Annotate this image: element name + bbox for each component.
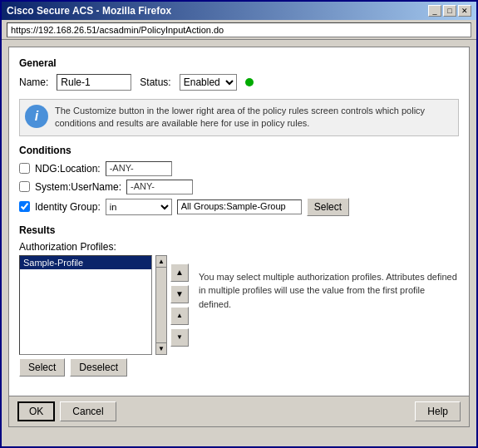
info-text: The Customize button in the lower right … xyxy=(55,105,453,130)
identity-operator-select[interactable]: in not in xyxy=(106,199,172,215)
identity-checkbox[interactable] xyxy=(19,201,30,212)
results-section: Results Authorization Profiles: Sample-P… xyxy=(19,224,459,377)
status-indicator xyxy=(245,78,254,86)
close-button[interactable]: ✕ xyxy=(458,5,471,17)
title-text: Cisco Secure ACS - Mozilla Firefox xyxy=(7,5,171,17)
address-input[interactable] xyxy=(7,22,471,37)
identity-condition-row: Identity Group: in not in All Groups:Sam… xyxy=(19,198,459,216)
main-content: General Name: Status: Enabled Disabled i… xyxy=(8,47,470,427)
list-box-wrapper: Sample-Profile ▲ ▼ ▲ ▼ ▲ xyxy=(19,255,189,355)
conditions-title: Conditions xyxy=(19,145,459,156)
ndg-value: -ANY- xyxy=(106,161,172,176)
username-condition-row: System:UserName: -ANY- xyxy=(19,180,459,194)
identity-group-value: All Groups:Sample-Group xyxy=(177,199,302,214)
ndg-checkbox[interactable] xyxy=(19,163,30,174)
bottom-left-buttons: OK Cancel xyxy=(17,401,116,421)
results-content: Sample-Profile ▲ ▼ ▲ ▼ ▲ xyxy=(19,255,459,377)
move-up-button[interactable]: ▲ xyxy=(170,263,189,282)
minimize-button[interactable]: _ xyxy=(428,5,441,17)
cancel-button[interactable]: Cancel xyxy=(60,401,116,421)
profiles-label: Authorization Profiles: xyxy=(19,241,459,253)
info-icon: i xyxy=(25,105,48,128)
ndg-label: NDG:Location: xyxy=(35,163,101,175)
general-section: General Name: Status: Enabled Disabled xyxy=(19,57,459,91)
ndg-condition-row: NDG:Location: -ANY- xyxy=(19,161,459,176)
profiles-listbox[interactable]: Sample-Profile xyxy=(19,255,152,355)
name-label: Name: xyxy=(19,76,48,88)
title-bar: Cisco Secure ACS - Mozilla Firefox _ □ ✕ xyxy=(2,2,476,20)
results-title: Results xyxy=(19,224,459,236)
window-title: Cisco Secure ACS - Mozilla Firefox xyxy=(7,5,171,17)
username-value: -ANY- xyxy=(126,180,193,194)
info-box: i The Customize button in the lower righ… xyxy=(19,99,459,136)
profile-order-arrows: ▲ ▼ ▲ ▼ xyxy=(170,255,189,355)
username-checkbox[interactable] xyxy=(19,181,30,192)
scroll-up-arrow[interactable]: ▲ xyxy=(156,256,166,268)
deselect-profile-button[interactable]: Deselect xyxy=(70,358,127,377)
name-status-row: Name: Status: Enabled Disabled xyxy=(19,74,459,91)
bottom-bar: OK Cancel Help xyxy=(9,396,469,426)
scroll-track xyxy=(156,268,166,342)
address-bar xyxy=(2,20,476,40)
help-button[interactable]: Help xyxy=(415,401,461,421)
move-top-button[interactable]: ▲ xyxy=(170,307,189,325)
scroll-down-arrow[interactable]: ▼ xyxy=(156,342,166,354)
results-info-text: You may select multiple authorization pr… xyxy=(199,255,459,377)
maximize-button[interactable]: □ xyxy=(443,5,456,17)
profiles-list-area: Sample-Profile ▲ ▼ ▲ ▼ ▲ xyxy=(19,255,189,377)
window-controls[interactable]: _ □ ✕ xyxy=(428,5,471,17)
list-item[interactable]: Sample-Profile xyxy=(20,256,151,269)
identity-select-button[interactable]: Select xyxy=(307,198,349,216)
general-title: General xyxy=(19,57,459,69)
ok-button[interactable]: OK xyxy=(17,401,55,421)
identity-label: Identity Group: xyxy=(35,201,101,213)
status-label: Status: xyxy=(140,76,170,88)
status-select[interactable]: Enabled Disabled xyxy=(180,74,237,91)
list-buttons: Select Deselect xyxy=(19,358,189,377)
conditions-section: Conditions NDG:Location: -ANY- System:Us… xyxy=(19,145,459,216)
move-bottom-button[interactable]: ▼ xyxy=(170,328,189,347)
username-label: System:UserName: xyxy=(35,181,121,193)
select-profile-button[interactable]: Select xyxy=(19,358,65,377)
name-input[interactable] xyxy=(57,74,131,91)
move-down-button[interactable]: ▼ xyxy=(170,285,189,303)
